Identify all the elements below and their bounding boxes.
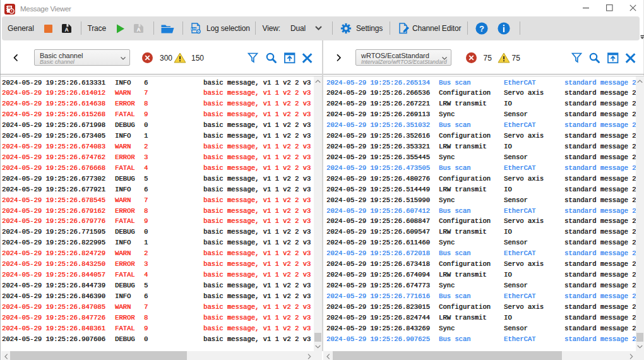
svg-text:LOG: LOG bbox=[191, 27, 196, 30]
svg-text:A: A bbox=[136, 27, 140, 33]
svg-text:?: ? bbox=[479, 24, 484, 33]
svg-text:A: A bbox=[64, 27, 68, 33]
